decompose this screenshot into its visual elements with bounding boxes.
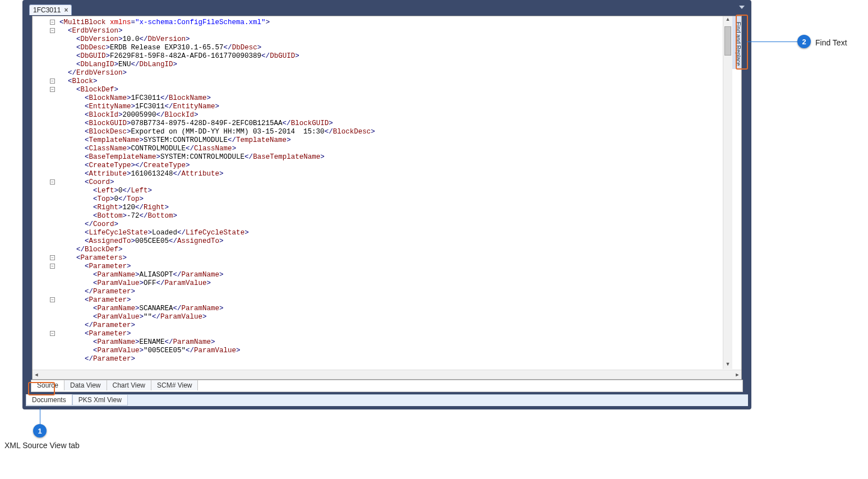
scroll-left-icon[interactable]: ◄ — [33, 370, 40, 379]
find-and-replace-panel[interactable]: Find and Replace — [732, 16, 741, 69]
doc-tab-pks-xml-view[interactable]: PKS Xml View — [72, 395, 128, 406]
fold-toggle-icon[interactable] — [50, 255, 55, 260]
view-tab-scm-view[interactable]: SCM# View — [151, 380, 198, 390]
fold-toggle-icon[interactable] — [50, 79, 55, 84]
code-content[interactable]: <MultiBlock xmlns="x-schema:ConfigFileSc… — [57, 16, 723, 366]
fold-toggle-icon[interactable] — [50, 28, 55, 33]
fold-toggle-icon[interactable] — [50, 179, 55, 185]
close-icon[interactable]: × — [64, 6, 68, 14]
tab-list-dropdown-icon[interactable] — [739, 6, 745, 9]
code-fold-gutter[interactable] — [33, 16, 58, 369]
view-tab-chart-view[interactable]: Chart View — [107, 380, 151, 390]
fold-toggle-icon[interactable] — [50, 297, 55, 302]
app-window: 1FC3011 × <MultiBlock xmlns="x-schema:Co… — [22, 0, 751, 409]
file-tab[interactable]: 1FC3011 × — [29, 4, 72, 15]
callout-badge-2: 2 — [797, 35, 811, 48]
scroll-up-icon[interactable]: ▲ — [723, 16, 732, 24]
vertical-scrollbar[interactable]: ▲ ▼ — [723, 16, 732, 369]
callout-connector — [747, 42, 797, 42]
code-editor[interactable]: <MultiBlock xmlns="x-schema:ConfigFileSc… — [32, 16, 742, 380]
view-tab-data-view[interactable]: Data View — [64, 380, 107, 390]
document-tabs: DocumentsPKS Xml View — [26, 394, 748, 406]
scroll-right-icon[interactable]: ► — [733, 370, 741, 379]
callout-connector — [40, 408, 40, 409]
fold-toggle-icon[interactable] — [50, 331, 55, 336]
code-viewport[interactable]: <MultiBlock xmlns="x-schema:ConfigFileSc… — [57, 16, 723, 369]
doc-tab-documents[interactable]: Documents — [26, 394, 72, 406]
fold-toggle-icon[interactable] — [50, 20, 55, 25]
fold-toggle-icon[interactable] — [50, 87, 55, 92]
view-tab-source[interactable]: Source — [31, 380, 64, 390]
file-tab-label: 1FC3011 — [33, 6, 61, 14]
callout-text-find: Find Text — [815, 38, 847, 47]
view-tabs: SourceData ViewChart ViewSCM# View — [31, 380, 743, 392]
horizontal-scrollbar[interactable]: ◄ ► — [33, 370, 741, 379]
fold-toggle-icon[interactable] — [50, 264, 55, 269]
scroll-thumb[interactable] — [724, 26, 731, 56]
file-tab-strip: 1FC3011 × — [26, 3, 748, 16]
scroll-down-icon[interactable]: ▼ — [723, 361, 732, 369]
